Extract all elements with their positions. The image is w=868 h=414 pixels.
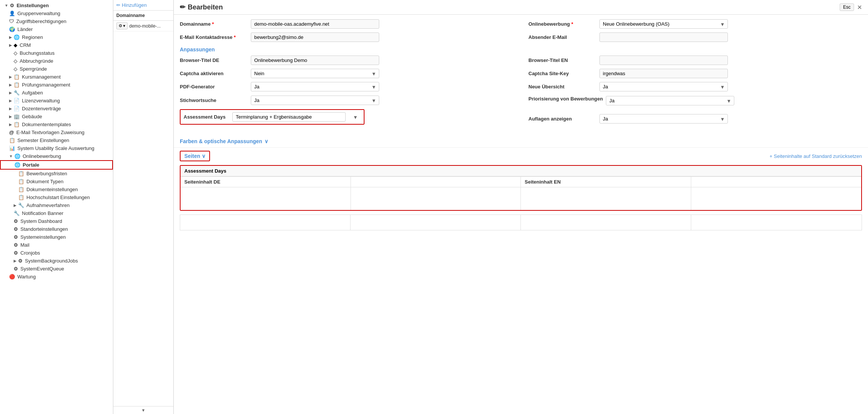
sidebar-item-aufnahmeverfahren[interactable]: ▶ 🔧 Aufnahmeverfahren: [0, 201, 113, 209]
sidebar-label-standorteinstellungen: Standorteinstellungen: [20, 226, 68, 232]
sidebar-item-system-dashboard[interactable]: ⚙ System Dashboard: [0, 217, 113, 225]
sidebar-item-dokumententemplates[interactable]: ▶ 📋 Dokumententemplates: [0, 120, 113, 128]
main-content: ✏ Bearbeiten Esc ✕ Domainname * Onlinebe…: [174, 0, 868, 414]
farben-chevron-icon: ∨: [264, 138, 268, 144]
priorisierung-select-wrapper: Ja ▼: [606, 96, 734, 105]
sidebar-item-dokumenteinstellungen[interactable]: 📋 Dokumenteinstellungen: [0, 185, 113, 193]
gear-dropdown-button[interactable]: ⚙ ▾: [116, 22, 128, 29]
add-button[interactable]: ✏ Hinzufügen: [116, 2, 147, 8]
onlinebewerbung-select[interactable]: Neue Onlinebewerbung (OAS): [599, 19, 728, 29]
usability-icon: 📊: [9, 145, 15, 151]
sidebar-label-laender: Länder: [17, 26, 32, 32]
sidebar-item-abbruchgruende[interactable]: ◇ Abbruchgründe: [0, 57, 113, 65]
sidebar-item-portale[interactable]: 🌐 Portale: [0, 160, 113, 170]
wartung-icon: 🔴: [9, 274, 15, 280]
form-row-stich: Stichwortsuche Ja ▼ Priorisierung von Be…: [180, 95, 862, 105]
stichwortsuche-select[interactable]: Ja: [251, 96, 379, 105]
gear-icon: ⚙: [119, 23, 122, 28]
standort-icon: ⚙: [14, 226, 18, 232]
sidebar-label-mail: Mail: [20, 242, 29, 248]
assessment-outlined: Assessment Days Terminplanung + Ergbenis…: [180, 109, 364, 125]
reset-link[interactable]: + Seiteninhalte auf Standard zurücksetze…: [769, 153, 862, 159]
sidebar-item-pruefungsmanagement[interactable]: ▶ 📋 Prüfungsmanagement: [0, 81, 113, 89]
sidebar-item-bewerbungsfristen[interactable]: 📋 Bewerbungsfristen: [0, 170, 113, 178]
farben-title: Farben & optische Anpassungen: [180, 138, 262, 144]
seiten-chevron-icon: ∨: [202, 153, 205, 159]
neue-uebersicht-select[interactable]: Ja: [599, 82, 728, 91]
sidebar-item-hochschulstart[interactable]: 📋 Hochschulstart Einstellungen: [0, 193, 113, 201]
sidebar-item-crm[interactable]: ▶ ◆ CRM: [0, 41, 113, 49]
expand-arrow-lizenz: ▶: [9, 99, 12, 103]
gear-dropdown-arrow: ▾: [123, 23, 125, 28]
captcha-site-key-input[interactable]: [599, 69, 728, 78]
sidebar-label-pruefungsmanagement: Prüfungsmanagement: [22, 82, 70, 88]
form-row-assessment: Assessment Days Terminplanung + Ergbenis…: [180, 109, 862, 128]
sidebar-item-standorteinstellungen[interactable]: ⚙ Standorteinstellungen: [0, 225, 113, 233]
seiten-title: Seiten: [184, 153, 200, 159]
pdf-generator-select[interactable]: Ja: [251, 82, 379, 91]
sidebar-item-wartung[interactable]: 🔴 Wartung: [0, 273, 113, 281]
sidebar-label-dokumenteinstellungen: Dokumenteinstellungen: [26, 187, 78, 192]
sidebar-item-semester-einstellungen[interactable]: 📋 Semester Einstellungen: [0, 136, 113, 144]
sidebar-item-email-textvorlagen[interactable]: @ E-Mail Textvorlagen Zuweisung: [0, 128, 113, 136]
assessment-days-select[interactable]: Terminplanung + Ergbenisausgabe: [232, 112, 346, 122]
sidebar-label-abbruchgruende: Abbruchgründe: [20, 58, 53, 64]
sidebar-item-cronjobs[interactable]: ⚙ Cronjobs: [0, 249, 113, 257]
sidebar-label-system-dashboard: System Dashboard: [20, 218, 62, 224]
onlinebewerbung-pair: Onlinebewerbung * Neue Onlinebewerbung (…: [528, 19, 862, 29]
neue-uebersicht-pair: Neue Übersicht Ja ▼: [528, 82, 862, 91]
esc-button[interactable]: Esc: [840, 3, 854, 11]
page-title: ✏ Bearbeiten: [180, 3, 223, 11]
sidebar-item-gebaeude[interactable]: ▶ 🏢 Gebäude: [0, 113, 113, 120]
auflagen-anzeigen-select[interactable]: Ja: [599, 114, 728, 124]
sidebar-item-dokument-typen[interactable]: 📋 Dokument Typen: [0, 178, 113, 185]
sidebar-item-systemeinstellungen[interactable]: ⚙ Systemeinstellungen: [0, 233, 113, 241]
assessment-pair: Assessment Days Terminplanung + Ergbenis…: [180, 109, 513, 128]
farben-toggle[interactable]: Farben & optische Anpassungen ∨: [180, 138, 862, 144]
sidebar-item-gruppenverwaltung[interactable]: 👤 Gruppenverwaltung: [0, 9, 113, 17]
expand-arrow-crm: ▶: [9, 43, 12, 47]
email-input[interactable]: [251, 32, 379, 42]
expand-arrow-online: ▼: [9, 154, 13, 158]
priorisierung-select[interactable]: Ja: [606, 96, 734, 105]
scroll-down-button[interactable]: ▼: [113, 406, 173, 414]
sidebar-item-lizenzverwaltung[interactable]: ▶ 📄 Lizenzverwaltung: [0, 97, 113, 105]
absender-input[interactable]: [599, 32, 728, 42]
sidebar-label-email-textvorlagen: E-Mail Textvorlagen Zuweisung: [16, 130, 84, 135]
form-row-browser: Browser-Titel DE Browser-Titel EN: [180, 56, 862, 65]
hochschul-icon: 📋: [18, 195, 24, 200]
close-button[interactable]: ✕: [857, 4, 862, 11]
sidebar-item-onlinebewerbung[interactable]: ▼ 🌐 Onlinebewerbung: [0, 152, 113, 160]
sidebar-item-aufgaben[interactable]: ▶ 🔧 Aufgaben: [0, 89, 113, 97]
form-row-captcha: Captcha aktivieren Nein ▼ Captcha Site-K…: [180, 69, 862, 78]
absender-label: Absender E-Mail: [528, 34, 596, 40]
sidebar-item-system-usability[interactable]: 📊 System Usability Scale Auswertung: [0, 144, 113, 152]
portale-icon: 🌐: [14, 162, 20, 168]
header-actions: Esc ✕: [840, 3, 862, 11]
seiten-toggle-button[interactable]: Seiten ∨: [180, 151, 210, 161]
sidebar-item-zugriffsberechtigungen[interactable]: 🛡 Zugriffsberechtigungen: [0, 17, 113, 25]
captcha-select[interactable]: Nein: [251, 69, 379, 78]
sidebar-item-dozentenvertraege[interactable]: ▶ 📄 Dozentenverträge: [0, 105, 113, 113]
extra-cell-3: [521, 215, 691, 230]
expand-arrow-einstellungen: ▼: [5, 3, 8, 8]
browser-titel-en-input[interactable]: [599, 56, 728, 65]
sidebar-item-einstellungen[interactable]: ▼ ⚙ Einstellungen: [0, 2, 113, 9]
sidebar-item-buchungsstatus[interactable]: ◇ Buchungsstatus: [0, 49, 113, 57]
sidebar-item-sperrgruende[interactable]: ◇ Sperrgründe: [0, 65, 113, 73]
sidebar-item-systemeventqueue[interactable]: ⚙ SystemEventQueue: [0, 265, 113, 273]
stichwortsuche-label: Stichwortsuche: [180, 97, 248, 103]
domainname-input[interactable]: [251, 19, 379, 29]
assessment-content-3: [521, 187, 691, 210]
middle-domain-header: Domainname: [113, 11, 173, 21]
sidebar-item-systembgjobs[interactable]: ▶ ⚙ SystemBackgroundJobs: [0, 257, 113, 265]
sidebar-label-cronjobs: Cronjobs: [20, 250, 40, 256]
sidebar-item-notification-banner[interactable]: 🔧 Notification Banner: [0, 209, 113, 217]
sidebar-item-mail[interactable]: ⚙ Mail: [0, 241, 113, 249]
sidebar-item-kursmanagement[interactable]: ▶ 📋 Kursmanagement: [0, 73, 113, 81]
sidebar-item-regionen[interactable]: ▶ 🌐 Regionen: [0, 33, 113, 41]
browser-titel-de-input[interactable]: [251, 56, 379, 65]
expand-arrow-aufnahme: ▶: [14, 203, 17, 207]
sidebar-item-laender[interactable]: 🌍 Länder: [0, 25, 113, 33]
semester-icon: 📋: [9, 137, 15, 143]
